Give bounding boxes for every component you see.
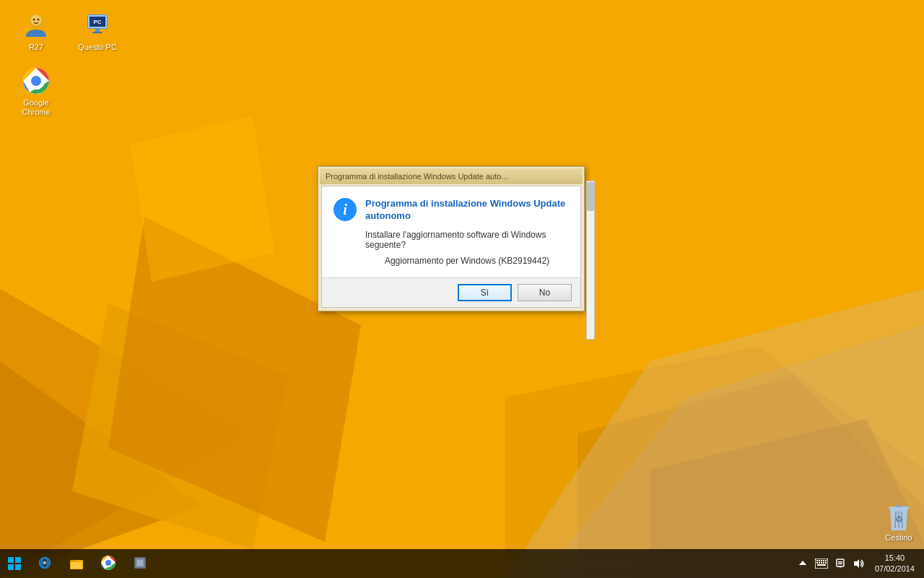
recycle-bin-icon: ♻	[884, 504, 913, 533]
dialog-inner: i Programma di installazione Windows Upd…	[321, 186, 581, 308]
user-icon	[22, 12, 50, 39]
dialog-no-button[interactable]: No	[518, 284, 572, 301]
svg-rect-58	[816, 562, 818, 564]
taskbar-file-explorer[interactable]	[61, 549, 92, 578]
svg-rect-56	[823, 560, 824, 561]
system-tray: 15:40 07/02/2014	[794, 549, 924, 578]
svg-rect-50	[137, 560, 143, 566]
svg-rect-64	[837, 559, 844, 566]
svg-text:PC: PC	[93, 19, 101, 25]
svg-rect-37	[15, 564, 21, 570]
desktop-icons: R27 PC	[7, 7, 126, 121]
svg-marker-67	[854, 559, 859, 568]
dialog-body: Installare l'aggiornamento software di W…	[365, 230, 569, 250]
windows-update-dialog: Programma di installazione Windows Updat…	[318, 166, 585, 311]
scrollbar-thumb[interactable]	[587, 182, 594, 211]
r27-icon-img	[22, 11, 51, 40]
desktop-icon-questo-pc[interactable]: PC Questo PC	[69, 7, 126, 56]
chrome-icon	[22, 67, 50, 95]
svg-rect-65	[838, 561, 842, 563]
taskbar-apps: e	[29, 549, 794, 578]
dialog-titlebar-text: Programma di installazione Windows Updat…	[326, 172, 577, 181]
dialog-titlebar: Programma di installazione Windows Updat…	[320, 168, 583, 184]
taskbar-app4[interactable]	[124, 549, 156, 578]
taskbar-chrome-icon	[100, 555, 116, 571]
tray-volume[interactable]	[850, 549, 868, 578]
svg-text:e: e	[43, 560, 46, 565]
svg-rect-62	[825, 562, 827, 564]
tray-clock[interactable]: 15:40 07/02/2014	[869, 549, 920, 578]
svg-rect-57	[825, 560, 827, 561]
computer-icon: PC	[84, 12, 111, 39]
tray-time: 15:40	[885, 553, 905, 564]
svg-rect-36	[8, 564, 14, 570]
dialog-scrollbar[interactable]	[586, 181, 595, 340]
chrome-icon-img	[22, 66, 51, 95]
svg-point-14	[33, 19, 35, 21]
chrome-desktop-label: Google Chrome	[11, 98, 61, 117]
svg-point-24	[31, 76, 41, 86]
dialog-buttons: Sì No	[322, 277, 580, 307]
svg-rect-63	[817, 564, 826, 566]
app4-icon	[132, 555, 148, 571]
file-explorer-icon	[69, 555, 84, 571]
desktop-icon-google-chrome[interactable]: Google Chrome	[7, 63, 65, 121]
svg-marker-51	[799, 561, 806, 565]
svg-rect-60	[821, 562, 822, 564]
svg-point-47	[105, 560, 111, 566]
volume-icon	[853, 558, 865, 569]
svg-rect-20	[92, 32, 103, 33]
ie-icon: e	[37, 555, 53, 571]
svg-rect-35	[15, 557, 21, 563]
svg-marker-8	[130, 116, 274, 282]
dialog-yes-button[interactable]: Sì	[458, 284, 512, 301]
trash-icon: ♻	[886, 504, 912, 533]
dialog-icon-area: i	[334, 198, 357, 266]
svg-rect-53	[816, 560, 818, 561]
taskbar-chrome[interactable]	[92, 549, 124, 578]
svg-rect-66	[838, 564, 842, 565]
svg-rect-19	[95, 29, 100, 32]
windows-logo-icon	[8, 557, 21, 570]
start-button[interactable]	[0, 549, 29, 578]
dialog-text-area: Programma di installazione Windows Updat…	[365, 198, 569, 266]
notification-icon	[835, 558, 845, 569]
svg-rect-54	[819, 560, 820, 561]
svg-text:♻: ♻	[895, 514, 903, 525]
tray-date: 07/02/2014	[875, 564, 915, 574]
info-icon: i	[334, 198, 357, 221]
dialog-update-name: Aggiornamento per Windows (KB2919442)	[365, 256, 569, 266]
svg-rect-59	[819, 562, 820, 564]
recycle-bin[interactable]: ♻ Cestino	[884, 504, 913, 542]
svg-rect-55	[821, 560, 822, 561]
questo-pc-label: Questo PC	[78, 43, 117, 52]
taskbar-ie[interactable]: e	[29, 549, 61, 578]
recycle-bin-label: Cestino	[885, 533, 912, 542]
tray-show-hidden[interactable]	[794, 549, 811, 578]
questo-pc-icon-img: PC	[83, 11, 112, 40]
svg-rect-29	[895, 505, 902, 507]
taskbar: e	[0, 549, 924, 578]
dialog-content: i Programma di installazione Windows Upd…	[322, 186, 580, 277]
svg-rect-44	[71, 562, 82, 569]
dialog-wrapper: Programma di installazione Windows Updat…	[318, 166, 585, 311]
tray-notifications[interactable]	[832, 549, 849, 578]
svg-point-15	[38, 19, 40, 21]
tray-keyboard[interactable]	[813, 549, 830, 578]
chevron-up-icon	[798, 559, 807, 568]
svg-rect-61	[823, 562, 824, 564]
dialog-title: Programma di installazione Windows Updat…	[365, 198, 569, 223]
desktop: R27 PC	[0, 0, 924, 578]
svg-rect-34	[8, 557, 14, 563]
desktop-icon-r27[interactable]: R27	[7, 7, 65, 56]
r27-label: R27	[29, 43, 43, 52]
keyboard-icon	[815, 558, 828, 569]
